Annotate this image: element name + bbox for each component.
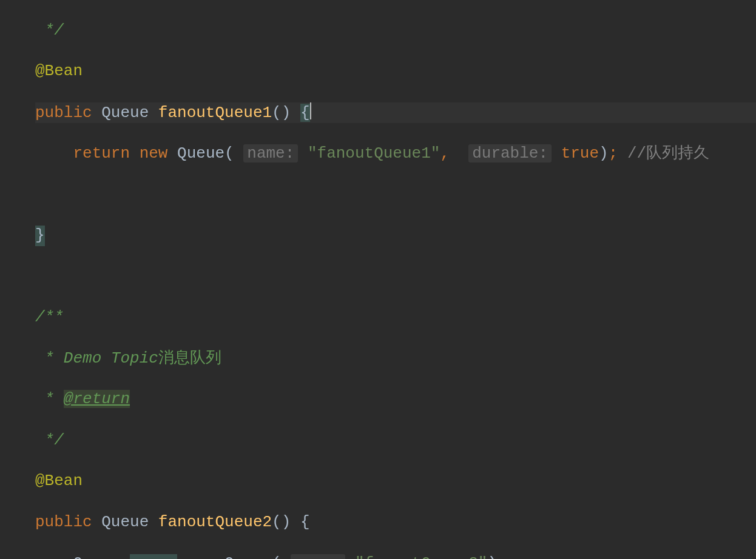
semicolon: ; <box>609 144 618 162</box>
annotation-bean: @Bean <box>35 472 83 490</box>
javadoc-close: */ <box>35 431 64 449</box>
keyword-new: new <box>140 144 168 162</box>
method-fanoutQueue2: fanoutQueue2 <box>158 513 272 531</box>
method-fanoutQueue1: fanoutQueue1 <box>158 104 272 122</box>
paren-open: ( <box>272 104 282 122</box>
keyword-public: public <box>35 104 92 122</box>
variable-queue-highlight: queue <box>130 554 177 559</box>
javadoc-star: * <box>35 349 54 367</box>
semicolon: ; <box>497 554 507 559</box>
type-queue: Queue <box>73 554 120 559</box>
text-cursor <box>310 102 311 119</box>
paren-close: ) <box>599 144 609 162</box>
string-literal: "fanoutQueue2" <box>355 554 487 559</box>
code-editor[interactable]: */ @Bean public Queue fanoutQueue1() { r… <box>0 0 756 559</box>
paren-open: ( <box>272 513 282 531</box>
comma: , <box>440 144 450 162</box>
brace-close-highlight: } <box>35 226 45 246</box>
keyword-public: public <box>35 513 92 531</box>
keyword-return: return <box>73 144 130 162</box>
javadoc-close: */ <box>35 21 64 39</box>
equals: = <box>177 554 187 559</box>
type-queue: Queue <box>224 554 272 559</box>
comment-line: //队列持久 <box>627 144 709 162</box>
javadoc-open: /** <box>35 308 64 326</box>
param-hint-name: name: <box>291 554 345 559</box>
string-literal: "fanoutQueue1" <box>308 144 440 162</box>
paren-close: ) <box>282 513 291 531</box>
brace-open-highlight: { <box>300 104 310 122</box>
javadoc-text-cn: 消息队列 <box>158 349 221 367</box>
keyword-new: new <box>187 554 215 559</box>
javadoc-star: * <box>35 390 54 408</box>
paren-close: ) <box>282 104 291 122</box>
paren-open: ( <box>272 554 282 559</box>
param-hint-durable: durable: <box>468 144 552 162</box>
javadoc-text: Demo Topic <box>54 349 158 367</box>
type-queue: Queue <box>177 144 224 162</box>
keyword-true: true <box>561 144 599 162</box>
param-hint-name: name: <box>243 144 298 162</box>
type-queue: Queue <box>101 513 149 531</box>
javadoc-return-tag: @return <box>64 390 130 408</box>
brace-open: { <box>300 513 310 531</box>
paren-close: ) <box>487 554 497 559</box>
annotation-bean: @Bean <box>35 62 83 80</box>
paren-open: ( <box>224 144 234 162</box>
type-queue: Queue <box>101 104 149 122</box>
